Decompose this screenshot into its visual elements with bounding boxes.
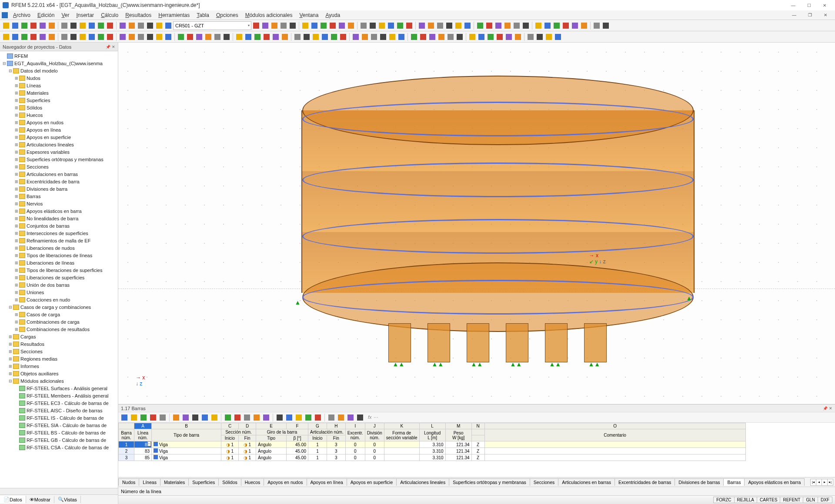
tree-item[interactable]: ⊞Divisiones de barra [0, 185, 118, 192]
toolbar-button[interactable] [301, 21, 310, 30]
table-row[interactable]: 283Viga◑ 1◑ 1Ángulo45.0013003.310121.34Z [119, 448, 746, 454]
status-toggle-gln[interactable]: GLN [803, 497, 818, 503]
toolbar-button[interactable] [244, 33, 253, 41]
tree-item[interactable]: ⊞Articulaciones en barras [0, 170, 118, 178]
table-tool-button[interactable] [210, 413, 219, 422]
toolbar-button[interactable] [270, 21, 279, 30]
toolbar-button[interactable] [359, 21, 368, 30]
toolbar-button[interactable] [388, 33, 397, 41]
toolbar-button[interactable] [554, 33, 562, 41]
toolbar-button[interactable] [368, 21, 377, 30]
tree-item[interactable]: ⊞Nudos [0, 74, 118, 82]
toolbar-button[interactable] [580, 21, 588, 30]
tree-item[interactable]: ⊞Casos de carga [0, 311, 118, 318]
tree-project[interactable]: ⊟EGT_Aquavilla_Holzbau_(C)www.isenma [0, 60, 118, 67]
toolbar-button[interactable] [601, 21, 610, 30]
tree-item[interactable]: ⊞Espesores variables [0, 148, 118, 156]
toolbar-button[interactable] [118, 21, 127, 30]
toolbar-button[interactable] [311, 33, 320, 41]
table-tool-button[interactable] [191, 413, 200, 422]
table-tab[interactable]: Superficies ortótropas y membranas [449, 478, 530, 486]
toolbar-button[interactable] [186, 33, 194, 41]
toolbar-button[interactable] [552, 21, 561, 30]
tab-nav-button[interactable]: ▸ [822, 479, 828, 486]
navigator-tree[interactable]: RFEM⊟EGT_Aquavilla_Holzbau_(C)www.isenma… [0, 51, 118, 488]
toolbar-button[interactable] [396, 21, 404, 30]
model-viewport[interactable]: ▲▲▲▲ ▲▲▲▲ ▲▲▲▲ ▲ ▲ → x↙ y ↓ z → x↓ z [118, 43, 835, 404]
toolbar-button[interactable] [521, 21, 530, 30]
mdi-restore[interactable]: ❐ [802, 10, 818, 20]
toolbar-button[interactable] [561, 21, 570, 30]
table-tool-button[interactable] [172, 413, 180, 422]
tree-item[interactable]: ⊞Apoyos en nudos [0, 119, 118, 126]
toolbar-button[interactable] [20, 21, 29, 30]
toolbar-button[interactable] [97, 21, 105, 30]
toolbar-button[interactable] [544, 33, 553, 41]
pin-icon[interactable]: 📌 ✕ [106, 45, 115, 49]
toolbar-button[interactable] [503, 21, 512, 30]
tree-item[interactable]: ⊞No linealidades de barra [0, 215, 118, 222]
toolbar-button[interactable] [445, 21, 454, 30]
table-tab[interactable]: Apoyos en nudos [264, 478, 307, 486]
toolbar-button[interactable] [534, 21, 543, 30]
toolbar-button[interactable] [310, 21, 319, 30]
nav-tab-vistas[interactable]: 🔍 Vistas [54, 496, 81, 503]
tree-item[interactable]: ⊞Cargas [0, 333, 118, 340]
toolbar-button[interactable] [213, 33, 222, 41]
tree-root[interactable]: RFEM [0, 52, 118, 60]
toolbar-button[interactable] [455, 33, 464, 41]
tree-module[interactable]: RF-STEEL GB - Cálculo de barras de [0, 436, 118, 444]
toolbar-button[interactable] [293, 33, 302, 41]
toolbar-button[interactable] [419, 33, 428, 41]
table-tab[interactable]: Materiales [160, 478, 189, 486]
toolbar-button[interactable] [351, 33, 360, 41]
menu-ver[interactable]: Ver [58, 11, 73, 19]
toolbar-button[interactable] [97, 33, 105, 41]
toolbar-button[interactable] [543, 21, 552, 30]
toolbar-button[interactable] [418, 21, 426, 30]
toolbar-button[interactable] [535, 33, 544, 41]
menu-resultados[interactable]: Resultados [122, 11, 155, 19]
tree-item[interactable]: ⊞Objetos auxiliares [0, 370, 118, 377]
tree-item[interactable]: ⊞Apoyos en superficie [0, 133, 118, 141]
toolbar-button[interactable] [321, 33, 329, 41]
toolbar-button[interactable] [437, 33, 446, 41]
formula-bar[interactable]: fx ⋯ [368, 414, 378, 420]
tree-addmodules[interactable]: ⊟Módulos adicionales [0, 377, 118, 385]
toolbar-button[interactable] [463, 21, 472, 30]
tree-item[interactable]: ⊞Articulaciones lineales [0, 141, 118, 148]
tree-item[interactable]: ⊞Informes [0, 362, 118, 370]
tree-item[interactable]: ⊞Tipos de liberaciones de superficies [0, 266, 118, 274]
toolbar-button[interactable] [155, 33, 164, 41]
toolbar-button[interactable] [253, 33, 262, 41]
toolbar-button[interactable] [288, 21, 297, 30]
tab-nav-button[interactable]: ▸| [827, 479, 833, 486]
toolbar-button[interactable] [235, 33, 244, 41]
toolbar-button[interactable] [146, 21, 154, 30]
toolbar-button[interactable] [195, 33, 204, 41]
toolbar-button[interactable] [69, 33, 78, 41]
table-tool-button[interactable] [149, 413, 157, 422]
tree-item[interactable]: ⊞Apoyos en línea [0, 126, 118, 133]
toolbar-button[interactable] [60, 21, 69, 30]
menu-ayuda[interactable]: Ayuda [322, 11, 344, 19]
menu-módulos adicionales[interactable]: Módulos adicionales [242, 11, 296, 19]
status-toggle-dxf[interactable]: DXF [818, 497, 832, 503]
table-tool-button[interactable] [304, 413, 313, 422]
toolbar-button[interactable] [164, 21, 173, 30]
toolbar-button[interactable] [137, 33, 145, 41]
tree-module[interactable]: RF-STEEL CSA - Cálculo de barras de [0, 444, 118, 451]
table-row[interactable]: 181÷Viga◑ 1◑ 1Ángulo45.0013003.310121.34… [119, 441, 746, 448]
toolbar-button[interactable] [252, 21, 261, 30]
toolbar-button[interactable] [164, 33, 173, 41]
toolbar-button[interactable] [397, 33, 406, 41]
table-tool-button[interactable] [262, 413, 271, 422]
toolbar-button[interactable] [261, 21, 270, 30]
table-tool-button[interactable] [356, 413, 364, 422]
toolbar-button[interactable] [127, 33, 136, 41]
toolbar-button[interactable] [38, 21, 47, 30]
tree-item[interactable]: ⊞Intersecciones de superficies [0, 229, 118, 237]
toolbar-button[interactable] [428, 33, 437, 41]
tree-item[interactable]: ⊞Nervios [0, 200, 118, 207]
tree-item[interactable]: ⊞Tipos de liberaciones de líneas [0, 252, 118, 259]
